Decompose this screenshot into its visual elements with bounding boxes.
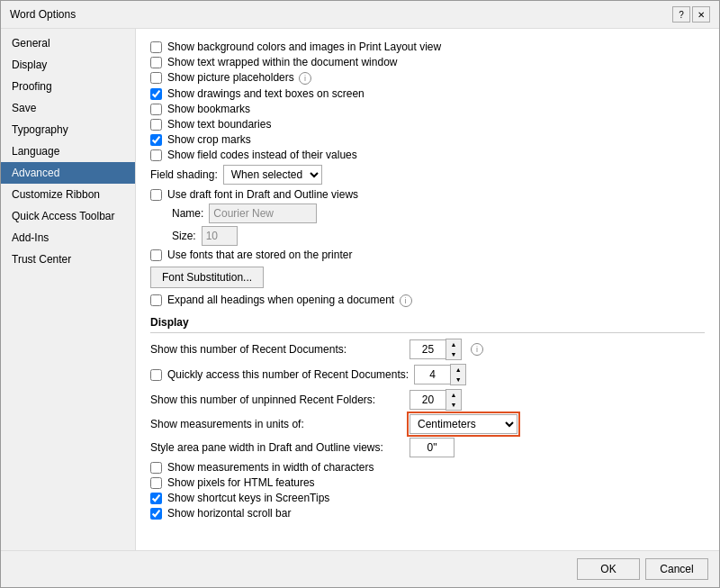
unpinned-input[interactable] — [410, 390, 446, 410]
size-label: Size: — [172, 230, 196, 242]
checkbox-label-horizontal-scrollbar: Show horizontal scroll bar — [167, 507, 291, 520]
checkbox-picture-placeholders[interactable] — [150, 72, 162, 84]
checkbox-quick-access[interactable] — [150, 369, 162, 381]
checkbox-label-text-wrapped: Show text wrapped within the document wi… — [167, 56, 397, 68]
unpinned-spin-up[interactable]: ▲ — [446, 390, 461, 400]
checkbox-row-expand-headings: Expand all headings when opening a docum… — [150, 294, 705, 307]
sidebar-item-general[interactable]: General — [1, 32, 135, 54]
title-bar: Word Options ? ✕ — [1, 1, 719, 29]
recent-docs-info-icon: i — [471, 343, 483, 356]
checkbox-label-pixels: Show pixels for HTML features — [167, 476, 315, 489]
checkbox-row-bookmarks: Show bookmarks — [150, 103, 705, 115]
checkbox-crop-marks[interactable] — [150, 134, 162, 146]
expand-headings-info-icon: i — [400, 294, 412, 307]
checkbox-bookmarks[interactable] — [150, 104, 162, 115]
dialog-title: Word Options — [10, 8, 76, 21]
name-label: Name: — [172, 207, 203, 220]
quick-access-spin-down[interactable]: ▼ — [451, 375, 465, 384]
quick-access-row: Quickly access this number of Recent Doc… — [150, 364, 705, 385]
size-row: Size: — [172, 226, 705, 246]
checkbox-row-text-wrapped: Show text wrapped within the document wi… — [150, 56, 705, 68]
picture-placeholders-info-icon: i — [299, 72, 311, 85]
recent-docs-spin-down[interactable]: ▼ — [446, 349, 461, 359]
close-button[interactable]: ✕ — [692, 6, 710, 23]
sidebar-item-display[interactable]: Display — [1, 54, 135, 76]
checkbox-pixels[interactable] — [150, 477, 162, 489]
recent-docs-row: Show this number of Recent Documents: ▲ … — [150, 339, 705, 360]
quick-access-spin-up[interactable]: ▲ — [451, 365, 465, 375]
sidebar-item-save[interactable]: Save — [1, 97, 135, 119]
style-area-input[interactable] — [410, 438, 454, 457]
measurements-label: Show measurements in units of: — [150, 418, 402, 430]
recent-docs-spinner: ▲ ▼ — [410, 339, 462, 360]
checkbox-drawings[interactable] — [150, 88, 162, 100]
quick-access-input[interactable] — [414, 365, 450, 384]
font-substitution-row: Font Substitution... — [150, 267, 705, 288]
word-options-dialog: Word Options ? ✕ General Display Proofin… — [0, 0, 720, 588]
sidebar-item-advanced[interactable]: Advanced — [1, 162, 135, 184]
checkbox-label-shortcut-keys: Show shortcut keys in ScreenTips — [167, 492, 329, 504]
checkbox-row-draft-font: Use draft font in Draft and Outline view… — [150, 188, 705, 201]
checkbox-label-printer-fonts: Use fonts that are stored on the printer — [167, 249, 352, 261]
unpinned-label: Show this number of unpinned Recent Fold… — [150, 394, 402, 406]
field-shading-select[interactable]: When selected Never Always — [223, 165, 322, 185]
unpinned-row: Show this number of unpinned Recent Fold… — [150, 389, 705, 411]
checkbox-draft-font[interactable] — [150, 189, 162, 201]
checkbox-shortcut-keys[interactable] — [150, 493, 162, 504]
checkbox-label-text-boundaries: Show text boundaries — [167, 118, 271, 131]
checkbox-bg-colors[interactable] — [150, 41, 162, 53]
sidebar-item-add-ins[interactable]: Add-Ins — [1, 227, 135, 249]
measurements-select[interactable]: Centimeters Inches Millimeters Points Pi… — [410, 414, 518, 434]
checkbox-text-wrapped[interactable] — [150, 57, 162, 68]
checkbox-row-picture-placeholders: Show picture placeholders i — [150, 71, 705, 85]
checkbox-label-bookmarks: Show bookmarks — [167, 103, 250, 115]
checkbox-horizontal-scrollbar[interactable] — [150, 508, 162, 520]
sidebar-item-trust-center[interactable]: Trust Center — [1, 249, 135, 270]
checkbox-label-expand-headings: Expand all headings when opening a docum… — [167, 294, 412, 307]
checkbox-field-codes[interactable] — [150, 149, 162, 161]
cancel-button[interactable]: Cancel — [645, 558, 708, 580]
size-input — [202, 226, 238, 246]
name-row: Name: — [172, 204, 705, 223]
checkbox-label-bg-colors: Show background colors and images in Pri… — [167, 41, 441, 53]
sidebar-item-quick-access-toolbar[interactable]: Quick Access Toolbar — [1, 205, 135, 227]
ok-button[interactable]: OK — [577, 558, 640, 580]
checkbox-printer-fonts[interactable] — [150, 249, 162, 261]
title-bar-buttons: ? ✕ — [672, 6, 710, 23]
checkbox-text-boundaries[interactable] — [150, 119, 162, 131]
sidebar-item-customize-ribbon[interactable]: Customize Ribbon — [1, 184, 135, 205]
name-input — [209, 204, 317, 223]
checkbox-row-measurements-chars: Show measurements in width of characters — [150, 461, 705, 474]
checkbox-label-picture-placeholders: Show picture placeholders i — [167, 71, 311, 85]
content-area: Show background colors and images in Pri… — [136, 29, 719, 550]
recent-docs-spinner-buttons: ▲ ▼ — [446, 339, 462, 360]
help-button[interactable]: ? — [672, 6, 690, 23]
display-section-header: Display — [150, 316, 705, 333]
checkbox-label-measurements-chars: Show measurements in width of characters — [167, 461, 374, 474]
checkbox-row-field-codes: Show field codes instead of their values — [150, 149, 705, 161]
font-substitution-button[interactable]: Font Substitution... — [150, 267, 264, 288]
sidebar-item-proofing[interactable]: Proofing — [1, 76, 135, 97]
checkbox-row-text-boundaries: Show text boundaries — [150, 118, 705, 131]
recent-docs-label: Show this number of Recent Documents: — [150, 343, 402, 356]
checkbox-measurements-chars[interactable] — [150, 462, 162, 474]
checkbox-row-crop-marks: Show crop marks — [150, 133, 705, 146]
dialog-body: General Display Proofing Save Typography… — [1, 29, 719, 550]
checkbox-label-drawings: Show drawings and text boxes on screen — [167, 87, 364, 100]
recent-docs-spin-up[interactable]: ▲ — [446, 339, 461, 349]
style-area-row: Style area pane width in Draft and Outli… — [150, 438, 705, 457]
field-shading-label: Field shading: — [150, 168, 218, 181]
checkbox-row-bg-colors: Show background colors and images in Pri… — [150, 41, 705, 53]
field-shading-row: Field shading: When selected Never Alway… — [150, 165, 705, 185]
unpinned-spinner: ▲ ▼ — [410, 389, 462, 411]
checkbox-expand-headings[interactable] — [150, 294, 162, 306]
sidebar-item-typography[interactable]: Typography — [1, 119, 135, 140]
sidebar-item-language[interactable]: Language — [1, 140, 135, 162]
checkbox-row-printer-fonts: Use fonts that are stored on the printer — [150, 249, 705, 261]
unpinned-spin-down[interactable]: ▼ — [446, 400, 461, 410]
unpinned-spinner-buttons: ▲ ▼ — [446, 389, 462, 411]
checkbox-label-crop-marks: Show crop marks — [167, 133, 251, 146]
recent-docs-input[interactable] — [410, 339, 446, 359]
checkbox-label-quick-access: Quickly access this number of Recent Doc… — [167, 368, 409, 381]
content-scroll[interactable]: Show background colors and images in Pri… — [136, 29, 719, 550]
